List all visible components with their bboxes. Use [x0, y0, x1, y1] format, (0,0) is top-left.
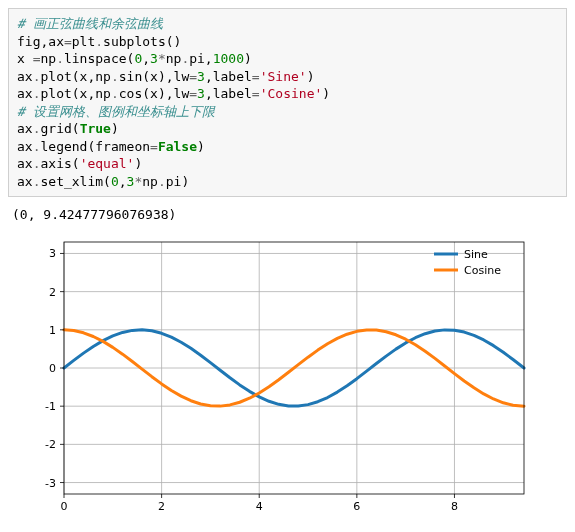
svg-text:1: 1	[49, 324, 56, 337]
svg-text:-2: -2	[45, 439, 56, 452]
svg-text:6: 6	[353, 500, 360, 513]
svg-text:0: 0	[49, 362, 56, 375]
svg-text:2: 2	[158, 500, 165, 513]
svg-text:Sine: Sine	[464, 248, 488, 261]
code-comment: # 设置网格、图例和坐标轴上下限	[17, 104, 215, 119]
output-text: (0, 9.42477796076938)	[8, 197, 567, 228]
svg-text:-3: -3	[45, 477, 56, 490]
svg-text:4: 4	[256, 500, 263, 513]
svg-text:8: 8	[451, 500, 458, 513]
svg-text:0: 0	[61, 500, 68, 513]
chart-svg: 02468-3-2-10123SineCosine	[16, 232, 536, 522]
chart: 02468-3-2-10123SineCosine	[8, 228, 567, 526]
svg-text:Cosine: Cosine	[464, 264, 501, 277]
code-cell: # 画正弦曲线和余弦曲线 fig,ax=plt.subplots() x =np…	[8, 8, 567, 197]
svg-text:-1: -1	[45, 401, 56, 414]
code-comment: # 画正弦曲线和余弦曲线	[17, 16, 163, 31]
svg-text:2: 2	[49, 286, 56, 299]
svg-text:3: 3	[49, 248, 56, 261]
